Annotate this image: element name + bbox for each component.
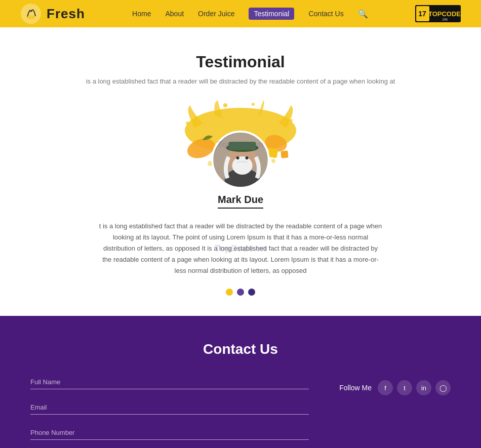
testimonial-section: Testimonial is a long established fact t… [0,27,481,316]
carousel-dot-3[interactable] [248,289,255,296]
testimonial-body-text: t is a long established fact that a read… [99,221,382,276]
testimonial-title: Testimonial [20,53,461,71]
person-name-area: Mark Due [20,194,461,213]
carousel-dot-2[interactable] [237,289,244,296]
svg-point-15 [186,121,189,125]
carousel-dot-1[interactable] [226,289,233,296]
svg-text:.VN: .VN [442,18,448,21]
testimonial-text-area: t is a long established fact that a read… [20,221,461,276]
svg-point-14 [290,119,293,122]
follow-me-row: Follow Me f t in ◯ [339,380,451,395]
svg-point-13 [252,103,255,106]
full-name-input[interactable] [30,375,309,389]
social-icons: f t in ◯ [378,380,451,395]
phone-field [30,426,309,440]
svg-point-12 [223,103,227,107]
nav-order-juice[interactable]: Order Juice [198,10,234,18]
svg-point-1 [27,15,35,19]
search-icon[interactable]: 🔍 [358,9,368,19]
contact-right-area: Follow Me f t in ◯ [339,375,451,395]
full-name-field [30,375,309,389]
phone-input[interactable] [30,426,309,440]
person-name: Mark Due [218,194,263,209]
svg-text:TOPCODE: TOPCODE [428,10,461,18]
nav-testimonial[interactable]: Testimonial [249,8,294,20]
main-nav: Home About Order Juice Testimonial Conta… [132,8,368,20]
email-field [30,400,309,415]
svg-point-25 [246,156,249,159]
svg-point-17 [271,159,275,163]
site-header: Fresh Home About Order Juice Testimonial… [0,0,481,27]
contact-title: Contact Us [30,341,451,357]
svg-point-0 [21,4,41,24]
svg-point-24 [236,156,239,159]
carousel-dots [20,289,461,296]
testimonial-subtitle: is a long established fact that a reader… [20,77,461,85]
nav-contact-us[interactable]: Contact Us [308,10,343,18]
nav-home[interactable]: Home [132,10,151,18]
logo-icon [20,3,42,24]
svg-text:17: 17 [418,10,426,18]
logo-text: Fresh [47,6,85,22]
twitter-icon[interactable]: t [397,380,412,395]
svg-point-23 [232,156,253,175]
testimonial-image-container: TopCode.vn [175,100,306,189]
linkedin-icon[interactable]: in [416,380,431,395]
person-avatar [212,131,270,189]
instagram-icon[interactable]: ◯ [435,380,451,395]
svg-rect-22 [229,142,256,150]
contact-form-area: Follow Me f t in ◯ [30,375,451,448]
email-input[interactable] [30,400,309,415]
topcode-logo: 17 TOPCODE .VN [415,5,461,22]
svg-rect-11 [280,150,288,158]
contact-section: Contact Us Follow Me f t [0,316,481,448]
follow-label: Follow Me [339,384,372,392]
contact-form [30,375,309,448]
nav-about[interactable]: About [165,10,184,18]
facebook-icon[interactable]: f [378,380,393,395]
logo-area: Fresh [20,3,85,24]
